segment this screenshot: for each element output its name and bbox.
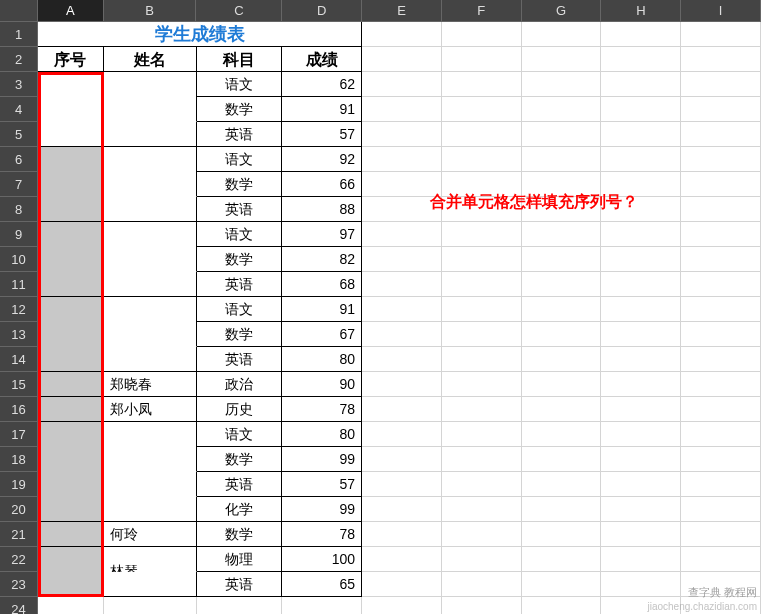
- cell-B21[interactable]: 何玲: [104, 522, 197, 547]
- cell-C20[interactable]: 化学: [197, 497, 283, 522]
- cell-G3[interactable]: [522, 72, 602, 97]
- cell-H1[interactable]: [601, 22, 681, 47]
- row-header-15[interactable]: 15: [0, 372, 38, 397]
- cell-F18[interactable]: [442, 447, 522, 472]
- cell-A5[interactable]: [38, 122, 104, 147]
- cell-E1[interactable]: [362, 22, 442, 47]
- cell-C3[interactable]: 语文: [197, 72, 283, 97]
- cell-C21[interactable]: 数学: [197, 522, 283, 547]
- cell-F3[interactable]: [442, 72, 522, 97]
- cell-C12[interactable]: 语文: [197, 297, 283, 322]
- col-header-C[interactable]: C: [196, 0, 282, 22]
- cell-G17[interactable]: [522, 422, 602, 447]
- cell-F20[interactable]: [442, 497, 522, 522]
- cell-F14[interactable]: [442, 347, 522, 372]
- col-header-A[interactable]: A: [38, 0, 104, 22]
- cell-G15[interactable]: [522, 372, 602, 397]
- row-header-9[interactable]: 9: [0, 222, 38, 247]
- header-score[interactable]: 成绩: [282, 47, 362, 72]
- cell-H20[interactable]: [601, 497, 681, 522]
- cell-E3[interactable]: [362, 72, 442, 97]
- cell-E21[interactable]: [362, 522, 442, 547]
- cell-H13[interactable]: [601, 322, 681, 347]
- cell-B4[interactable]: [104, 97, 197, 122]
- cell-E5[interactable]: [362, 122, 442, 147]
- cell-F22[interactable]: [442, 547, 522, 572]
- cell-F23[interactable]: [442, 572, 522, 597]
- cell-C23[interactable]: 英语: [197, 572, 283, 597]
- cell-I19[interactable]: [681, 472, 761, 497]
- cell-C9[interactable]: 语文: [197, 222, 283, 247]
- cell-B15[interactable]: 郑晓春: [104, 372, 197, 397]
- col-header-I[interactable]: I: [681, 0, 761, 22]
- cell-I1[interactable]: [681, 22, 761, 47]
- cell-B23[interactable]: [104, 572, 197, 597]
- cell-B6[interactable]: 刘丽: [104, 147, 197, 173]
- row-header-16[interactable]: 16: [0, 397, 38, 422]
- cell-B24[interactable]: [104, 597, 197, 614]
- row-header-18[interactable]: 18: [0, 447, 38, 472]
- col-header-F[interactable]: F: [442, 0, 522, 22]
- row-header-3[interactable]: 3: [0, 72, 38, 97]
- cell-I7[interactable]: [681, 172, 761, 197]
- cell-C11[interactable]: 英语: [197, 272, 283, 297]
- cell-A4[interactable]: [38, 97, 104, 122]
- row-header-2[interactable]: 2: [0, 47, 38, 72]
- cell-E9[interactable]: [362, 222, 442, 247]
- cell-F21[interactable]: [442, 522, 522, 547]
- cell-I11[interactable]: [681, 272, 761, 297]
- row-header-23[interactable]: 23: [0, 572, 38, 597]
- cell-E23[interactable]: [362, 572, 442, 597]
- cell-I18[interactable]: [681, 447, 761, 472]
- cell-F13[interactable]: [442, 322, 522, 347]
- cell-B11[interactable]: [104, 272, 197, 297]
- cell-A12[interactable]: [38, 297, 104, 322]
- cell-B16[interactable]: 郑小凤: [104, 397, 197, 422]
- row-header-14[interactable]: 14: [0, 347, 38, 372]
- cell-G5[interactable]: [522, 122, 602, 147]
- col-header-H[interactable]: H: [601, 0, 681, 22]
- cell-G14[interactable]: [522, 347, 602, 372]
- cell-F10[interactable]: [442, 247, 522, 272]
- cell-G24[interactable]: [522, 597, 602, 614]
- row-header-12[interactable]: 12: [0, 297, 38, 322]
- cell-D11[interactable]: 68: [282, 272, 362, 297]
- cell-G22[interactable]: [522, 547, 602, 572]
- cell-C13[interactable]: 数学: [197, 322, 283, 347]
- cell-H22[interactable]: [601, 547, 681, 572]
- cell-D20[interactable]: 99: [282, 497, 362, 522]
- cell-A6[interactable]: [38, 147, 104, 172]
- cell-D4[interactable]: 91: [282, 97, 362, 122]
- cell-B18[interactable]: [104, 447, 197, 472]
- cell-I4[interactable]: [681, 97, 761, 122]
- cell-C4[interactable]: 数学: [197, 97, 283, 122]
- cell-B8[interactable]: [104, 197, 197, 222]
- cell-C7[interactable]: 数学: [197, 172, 283, 197]
- cell-H5[interactable]: [601, 122, 681, 147]
- row-header-4[interactable]: 4: [0, 97, 38, 122]
- cell-A20[interactable]: [38, 497, 104, 522]
- cell-D24[interactable]: [282, 597, 362, 614]
- cell-F4[interactable]: [442, 97, 522, 122]
- cell-B20[interactable]: [104, 497, 197, 522]
- cell-A3[interactable]: [38, 72, 104, 97]
- cell-E17[interactable]: [362, 422, 442, 447]
- cell-C18[interactable]: 数学: [197, 447, 283, 472]
- cell-A19[interactable]: [38, 472, 104, 497]
- cell-G1[interactable]: [522, 22, 602, 47]
- cell-F12[interactable]: [442, 297, 522, 322]
- cell-E6[interactable]: [362, 147, 442, 172]
- row-header-8[interactable]: 8: [0, 197, 38, 222]
- cell-C22[interactable]: 物理: [197, 547, 283, 572]
- cell-H9[interactable]: [601, 222, 681, 247]
- cell-C6[interactable]: 语文: [197, 147, 283, 172]
- row-header-5[interactable]: 5: [0, 122, 38, 147]
- cell-B13[interactable]: [104, 322, 197, 347]
- cell-E12[interactable]: [362, 297, 442, 322]
- cell-A9[interactable]: [38, 222, 104, 247]
- cell-C14[interactable]: 英语: [197, 347, 283, 372]
- cell-A10[interactable]: [38, 247, 104, 272]
- cell-D18[interactable]: 99: [282, 447, 362, 472]
- cell-C17[interactable]: 语文: [197, 422, 283, 447]
- row-header-20[interactable]: 20: [0, 497, 38, 522]
